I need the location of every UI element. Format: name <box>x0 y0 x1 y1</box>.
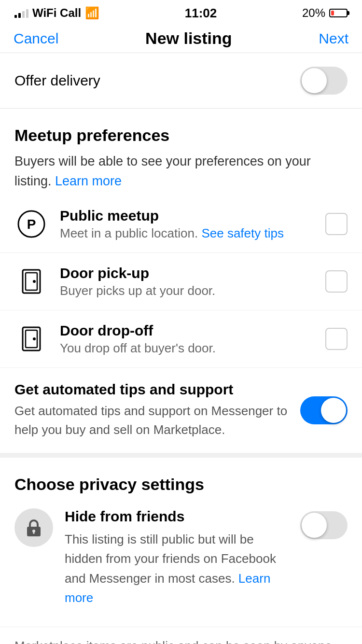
door-pickup-checkbox[interactable] <box>325 270 348 293</box>
offer-delivery-row: Offer delivery <box>0 53 362 109</box>
battery-icon <box>329 9 348 17</box>
automated-tips-toggle[interactable] <box>300 396 348 424</box>
automated-tips-toggle-knob <box>321 398 346 423</box>
automated-tips-row: Get automated tips and support Get autom… <box>0 368 362 453</box>
door-dropoff-row: Door drop-off You drop off at buyer's do… <box>0 310 362 368</box>
public-meetup-subtitle: Meet in a public location. See safety ti… <box>60 226 314 241</box>
status-bar: WiFi Call 📶 11:02 20% <box>0 0 362 24</box>
svg-point-4 <box>33 280 36 283</box>
nav-bar: Cancel New listing Next <box>0 24 362 53</box>
automated-tips-text: Get automated tips and support Get autom… <box>14 381 291 439</box>
svg-rect-10 <box>33 532 35 534</box>
page-title: New listing <box>145 29 232 48</box>
signal-bar-1 <box>14 15 17 18</box>
automated-tips-title: Get automated tips and support <box>14 381 291 398</box>
svg-text:P: P <box>27 217 36 232</box>
door-dropoff-checkbox[interactable] <box>325 328 348 350</box>
lock-icon <box>23 517 44 538</box>
bottom-disclaimer: Marketplace items are public and can be … <box>0 627 362 644</box>
signal-bar-4 <box>26 9 28 18</box>
door-dropoff-text: Door drop-off You drop off at buyer's do… <box>60 322 314 356</box>
signal-bar-2 <box>18 13 21 18</box>
carrier-label: WiFi Call <box>32 6 81 20</box>
door-dropoff-title: Door drop-off <box>60 322 314 339</box>
hide-from-friends-toggle-wrap <box>300 508 348 539</box>
public-meetup-icon: P <box>14 207 48 241</box>
automated-tips-description: Get automated tips and support on Messen… <box>14 402 291 439</box>
hide-from-friends-icon-circle <box>14 508 53 547</box>
door-dropoff-subtitle: You drop off at buyer's door. <box>60 341 314 356</box>
battery-fill <box>331 11 334 15</box>
door-pickup-text: Door pick-up Buyer picks up at your door… <box>60 265 314 298</box>
status-left: WiFi Call 📶 <box>14 6 99 20</box>
hide-from-friends-description: This listing is still public but will be… <box>65 530 289 607</box>
offer-delivery-toggle[interactable] <box>300 67 348 95</box>
public-meetup-text: Public meetup Meet in a public location.… <box>60 208 314 241</box>
hide-from-friends-text: Hide from friends This listing is still … <box>65 508 289 607</box>
door-pickup-title: Door pick-up <box>60 265 314 281</box>
door-dropoff-icon <box>14 322 48 356</box>
signal-bars-icon <box>14 8 28 18</box>
hide-from-friends-toggle-knob <box>302 513 327 538</box>
meetup-learn-more-link[interactable]: Learn more <box>55 174 122 188</box>
meetup-preferences-description: Buyers will be able to see your preferen… <box>14 152 348 191</box>
time-label: 11:02 <box>185 6 217 21</box>
meetup-preferences-section: Meetup preferences Buyers will be able t… <box>0 109 362 196</box>
wifi-icon: 📶 <box>85 6 99 20</box>
privacy-settings-section: Choose privacy settings Hide from friend… <box>0 453 362 627</box>
svg-point-7 <box>33 337 36 340</box>
signal-bar-3 <box>22 11 25 18</box>
next-button[interactable]: Next <box>319 30 348 47</box>
status-right: 20% <box>302 6 348 20</box>
hide-from-friends-row: Hide from friends This listing is still … <box>14 499 348 617</box>
toggle-knob <box>302 68 327 93</box>
door-pickup-row: Door pick-up Buyer picks up at your door… <box>0 253 362 310</box>
hide-from-friends-toggle[interactable] <box>300 511 348 539</box>
privacy-settings-title: Choose privacy settings <box>14 475 348 494</box>
door-pickup-subtitle: Buyer picks up at your door. <box>60 283 314 298</box>
cancel-button[interactable]: Cancel <box>14 30 58 47</box>
see-safety-tips-link[interactable]: See safety tips <box>201 226 284 240</box>
public-meetup-checkbox[interactable] <box>325 213 348 235</box>
meetup-preferences-title: Meetup preferences <box>14 126 348 145</box>
battery-percent-label: 20% <box>302 6 325 20</box>
door-pickup-icon <box>14 265 48 298</box>
hide-from-friends-title: Hide from friends <box>65 508 289 525</box>
offer-delivery-label: Offer delivery <box>14 72 100 89</box>
public-meetup-row: P Public meetup Meet in a public locatio… <box>0 196 362 253</box>
public-meetup-title: Public meetup <box>60 208 314 224</box>
